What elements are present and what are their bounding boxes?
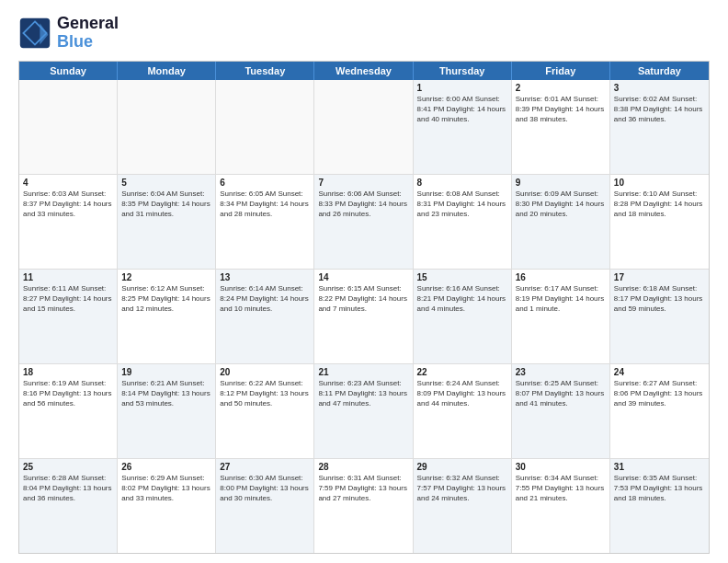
day-header-sunday: Sunday bbox=[19, 62, 118, 80]
day-cell: 27Sunrise: 6:30 AM Sunset: 8:00 PM Dayli… bbox=[216, 459, 314, 553]
day-cell: 16Sunrise: 6:17 AM Sunset: 8:19 PM Dayli… bbox=[512, 270, 610, 363]
day-number: 5 bbox=[121, 178, 211, 188]
day-number: 2 bbox=[516, 83, 606, 93]
day-cell: 2Sunrise: 6:01 AM Sunset: 8:39 PM Daylig… bbox=[512, 80, 610, 174]
day-number: 6 bbox=[220, 178, 310, 188]
day-cell: 5Sunrise: 6:04 AM Sunset: 8:35 PM Daylig… bbox=[118, 175, 216, 269]
day-info: Sunrise: 6:10 AM Sunset: 8:28 PM Dayligh… bbox=[614, 189, 705, 220]
day-info: Sunrise: 6:17 AM Sunset: 8:19 PM Dayligh… bbox=[516, 283, 606, 315]
day-number: 26 bbox=[121, 462, 211, 472]
day-info: Sunrise: 6:30 AM Sunset: 8:00 PM Dayligh… bbox=[220, 473, 310, 504]
day-info: Sunrise: 6:01 AM Sunset: 8:39 PM Dayligh… bbox=[516, 94, 606, 125]
day-cell: 1Sunrise: 6:00 AM Sunset: 8:41 PM Daylig… bbox=[414, 80, 512, 174]
day-cell: 10Sunrise: 6:10 AM Sunset: 8:28 PM Dayli… bbox=[610, 175, 709, 269]
day-headers: SundayMondayTuesdayWednesdayThursdayFrid… bbox=[19, 62, 709, 80]
day-number: 15 bbox=[417, 272, 507, 282]
day-cell bbox=[118, 80, 216, 174]
day-header-tuesday: Tuesday bbox=[216, 62, 314, 80]
day-cell bbox=[314, 80, 413, 174]
day-info: Sunrise: 6:02 AM Sunset: 8:38 PM Dayligh… bbox=[614, 94, 705, 125]
day-number: 24 bbox=[614, 367, 705, 377]
day-info: Sunrise: 6:12 AM Sunset: 8:25 PM Dayligh… bbox=[121, 283, 211, 315]
day-number: 28 bbox=[318, 462, 408, 472]
day-cell: 4Sunrise: 6:03 AM Sunset: 8:37 PM Daylig… bbox=[19, 175, 118, 269]
day-header-monday: Monday bbox=[118, 62, 216, 80]
week-row-0: 1Sunrise: 6:00 AM Sunset: 8:41 PM Daylig… bbox=[19, 80, 709, 175]
day-cell: 17Sunrise: 6:18 AM Sunset: 8:17 PM Dayli… bbox=[610, 270, 709, 363]
day-number: 7 bbox=[318, 178, 408, 188]
day-info: Sunrise: 6:27 AM Sunset: 8:06 PM Dayligh… bbox=[614, 378, 705, 409]
day-info: Sunrise: 6:15 AM Sunset: 8:22 PM Dayligh… bbox=[318, 283, 408, 315]
header: General Blue bbox=[18, 15, 710, 52]
day-header-saturday: Saturday bbox=[610, 62, 709, 80]
day-cell: 12Sunrise: 6:12 AM Sunset: 8:25 PM Dayli… bbox=[118, 270, 216, 363]
day-cell: 9Sunrise: 6:09 AM Sunset: 8:30 PM Daylig… bbox=[512, 175, 610, 269]
day-cell: 8Sunrise: 6:08 AM Sunset: 8:31 PM Daylig… bbox=[414, 175, 512, 269]
day-number: 30 bbox=[516, 462, 606, 472]
day-info: Sunrise: 6:31 AM Sunset: 7:59 PM Dayligh… bbox=[318, 473, 408, 504]
calendar-grid: 1Sunrise: 6:00 AM Sunset: 8:41 PM Daylig… bbox=[19, 80, 709, 553]
day-number: 18 bbox=[23, 367, 113, 377]
day-info: Sunrise: 6:34 AM Sunset: 7:55 PM Dayligh… bbox=[516, 473, 606, 504]
day-cell: 29Sunrise: 6:32 AM Sunset: 7:57 PM Dayli… bbox=[414, 459, 512, 553]
day-info: Sunrise: 6:28 AM Sunset: 8:04 PM Dayligh… bbox=[23, 473, 113, 504]
day-cell: 13Sunrise: 6:14 AM Sunset: 8:24 PM Dayli… bbox=[216, 270, 314, 363]
week-row-3: 18Sunrise: 6:19 AM Sunset: 8:16 PM Dayli… bbox=[19, 364, 709, 459]
day-number: 22 bbox=[417, 367, 507, 377]
day-number: 16 bbox=[516, 272, 606, 282]
day-cell: 3Sunrise: 6:02 AM Sunset: 8:38 PM Daylig… bbox=[610, 80, 709, 174]
day-cell: 25Sunrise: 6:28 AM Sunset: 8:04 PM Dayli… bbox=[19, 459, 118, 553]
day-info: Sunrise: 6:23 AM Sunset: 8:11 PM Dayligh… bbox=[318, 378, 408, 409]
day-cell bbox=[19, 80, 118, 174]
day-info: Sunrise: 6:09 AM Sunset: 8:30 PM Dayligh… bbox=[516, 189, 606, 220]
day-cell: 11Sunrise: 6:11 AM Sunset: 8:27 PM Dayli… bbox=[19, 270, 118, 363]
day-header-thursday: Thursday bbox=[414, 62, 512, 80]
day-cell bbox=[216, 80, 314, 174]
day-number: 14 bbox=[318, 272, 408, 282]
day-info: Sunrise: 6:08 AM Sunset: 8:31 PM Dayligh… bbox=[417, 189, 507, 220]
logo: General Blue bbox=[18, 15, 119, 52]
day-cell: 31Sunrise: 6:35 AM Sunset: 7:53 PM Dayli… bbox=[610, 459, 709, 553]
day-number: 11 bbox=[23, 272, 113, 282]
day-number: 12 bbox=[121, 272, 211, 282]
day-number: 31 bbox=[614, 462, 705, 472]
week-row-2: 11Sunrise: 6:11 AM Sunset: 8:27 PM Dayli… bbox=[19, 270, 709, 364]
day-number: 29 bbox=[417, 462, 507, 472]
day-number: 27 bbox=[220, 462, 310, 472]
day-header-wednesday: Wednesday bbox=[314, 62, 413, 80]
day-number: 8 bbox=[417, 178, 507, 188]
day-header-friday: Friday bbox=[512, 62, 610, 80]
day-cell: 28Sunrise: 6:31 AM Sunset: 7:59 PM Dayli… bbox=[314, 459, 413, 553]
day-info: Sunrise: 6:22 AM Sunset: 8:12 PM Dayligh… bbox=[220, 378, 310, 409]
day-cell: 6Sunrise: 6:05 AM Sunset: 8:34 PM Daylig… bbox=[216, 175, 314, 269]
day-cell: 30Sunrise: 6:34 AM Sunset: 7:55 PM Dayli… bbox=[512, 459, 610, 553]
day-info: Sunrise: 6:32 AM Sunset: 7:57 PM Dayligh… bbox=[417, 473, 507, 504]
day-cell: 18Sunrise: 6:19 AM Sunset: 8:16 PM Dayli… bbox=[19, 364, 118, 458]
day-number: 17 bbox=[614, 272, 705, 282]
day-info: Sunrise: 6:19 AM Sunset: 8:16 PM Dayligh… bbox=[23, 378, 113, 409]
day-cell: 19Sunrise: 6:21 AM Sunset: 8:14 PM Dayli… bbox=[118, 364, 216, 458]
day-number: 10 bbox=[614, 178, 705, 188]
day-cell: 20Sunrise: 6:22 AM Sunset: 8:12 PM Dayli… bbox=[216, 364, 314, 458]
day-number: 25 bbox=[23, 462, 113, 472]
day-number: 19 bbox=[121, 367, 211, 377]
day-info: Sunrise: 6:04 AM Sunset: 8:35 PM Dayligh… bbox=[121, 189, 211, 220]
day-info: Sunrise: 6:16 AM Sunset: 8:21 PM Dayligh… bbox=[417, 283, 507, 315]
logo-text: General Blue bbox=[57, 15, 119, 52]
day-info: Sunrise: 6:03 AM Sunset: 8:37 PM Dayligh… bbox=[23, 189, 113, 220]
day-cell: 14Sunrise: 6:15 AM Sunset: 8:22 PM Dayli… bbox=[314, 270, 413, 363]
day-number: 9 bbox=[516, 178, 606, 188]
day-info: Sunrise: 6:35 AM Sunset: 7:53 PM Dayligh… bbox=[614, 473, 705, 504]
day-number: 21 bbox=[318, 367, 408, 377]
day-info: Sunrise: 6:21 AM Sunset: 8:14 PM Dayligh… bbox=[121, 378, 211, 409]
day-info: Sunrise: 6:11 AM Sunset: 8:27 PM Dayligh… bbox=[23, 283, 113, 315]
day-cell: 22Sunrise: 6:24 AM Sunset: 8:09 PM Dayli… bbox=[414, 364, 512, 458]
logo-icon bbox=[18, 17, 51, 50]
day-info: Sunrise: 6:18 AM Sunset: 8:17 PM Dayligh… bbox=[614, 283, 705, 315]
day-info: Sunrise: 6:05 AM Sunset: 8:34 PM Dayligh… bbox=[220, 189, 310, 220]
page: General Blue SundayMondayTuesdayWednesda… bbox=[0, 0, 728, 563]
day-cell: 7Sunrise: 6:06 AM Sunset: 8:33 PM Daylig… bbox=[314, 175, 413, 269]
calendar: SundayMondayTuesdayWednesdayThursdayFrid… bbox=[18, 61, 710, 554]
day-cell: 24Sunrise: 6:27 AM Sunset: 8:06 PM Dayli… bbox=[610, 364, 709, 458]
day-number: 20 bbox=[220, 367, 310, 377]
